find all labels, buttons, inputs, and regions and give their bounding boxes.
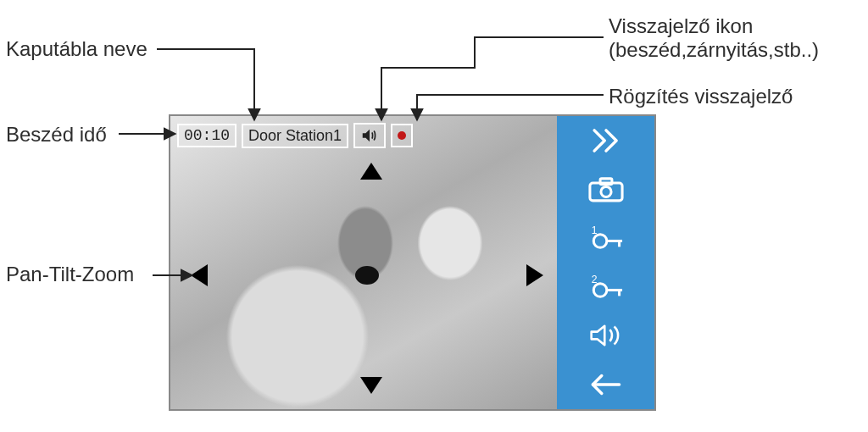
- record-dot-icon: [398, 131, 406, 140]
- key1-icon: 1: [584, 220, 628, 256]
- sidebar: 1 2: [557, 116, 654, 409]
- sidebar-unlock1-button[interactable]: 1: [557, 213, 654, 263]
- ptz-up-button[interactable]: [360, 163, 382, 180]
- feedback-icon-box: [353, 123, 386, 148]
- label-door-name: Kaputábla neve: [6, 37, 147, 61]
- sidebar-volume-button[interactable]: [557, 312, 654, 361]
- key2-icon: 2: [584, 269, 628, 305]
- label-talk-time: Beszéd idő: [6, 123, 107, 147]
- camera-icon: [584, 171, 628, 207]
- speaker-icon: [360, 126, 379, 145]
- ptz-left-button[interactable]: [191, 264, 208, 286]
- sidebar-back-button[interactable]: [557, 360, 654, 409]
- ptz-center-button[interactable]: [355, 266, 379, 285]
- ptz-down-button[interactable]: [360, 377, 382, 394]
- volume-icon: [584, 318, 628, 353]
- talk-timer: 00:10: [177, 124, 236, 147]
- label-feedback-icon-l1: Visszajelző ikon: [609, 14, 753, 37]
- arrow-left-icon: [584, 367, 628, 402]
- svg-point-2: [600, 187, 610, 197]
- ptz-right-button[interactable]: [526, 264, 543, 286]
- device-screen: 00:10 Door Station1: [169, 114, 656, 411]
- chevrons-right-icon: [584, 123, 628, 158]
- video-preview: [170, 116, 560, 409]
- label-ptz: Pan-Tilt-Zoom: [6, 263, 134, 286]
- label-feedback-icon: Visszajelző ikon (beszéd,zárnyitás,stb..…: [609, 14, 819, 62]
- record-indicator-box: [391, 124, 413, 147]
- label-feedback-icon-l2: (beszéd,zárnyitás,stb..): [609, 38, 819, 61]
- svg-point-8: [593, 283, 607, 296]
- door-station-name: Door Station1: [242, 124, 348, 148]
- svg-rect-1: [600, 179, 612, 185]
- svg-point-4: [593, 235, 607, 248]
- sidebar-next-button[interactable]: [557, 116, 654, 165]
- status-bar: 00:10 Door Station1: [177, 123, 413, 148]
- sidebar-unlock2-button[interactable]: 2: [557, 263, 654, 312]
- label-record-indicator: Rögzítés visszajelző: [609, 85, 793, 108]
- sidebar-snapshot-button[interactable]: [557, 165, 654, 214]
